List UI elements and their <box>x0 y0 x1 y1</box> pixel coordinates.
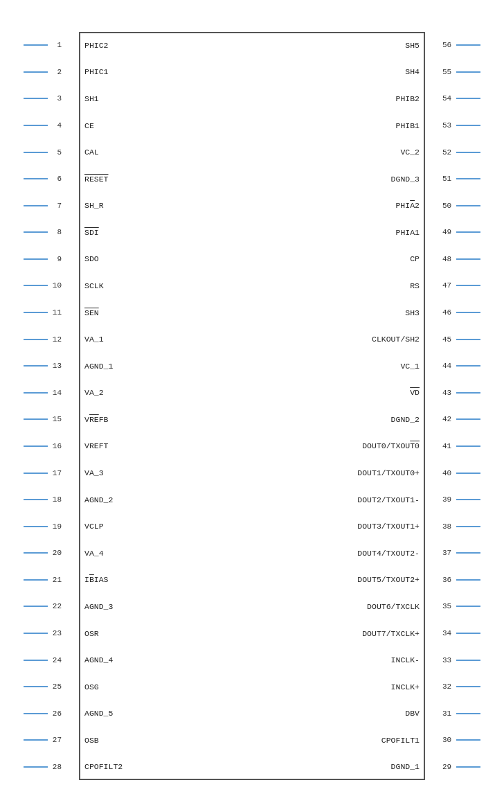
pin-label-right-36: DOUT5/TXOUT2+ <box>357 567 424 594</box>
pin-line <box>24 178 48 179</box>
pin-line <box>456 125 480 126</box>
pin-number: 46 <box>442 308 456 317</box>
pin-line <box>24 44 48 46</box>
pin-number: 8 <box>48 228 62 236</box>
pin-number: 2 <box>48 68 62 76</box>
pin-left-18: 18 <box>24 486 63 513</box>
pin-line <box>456 152 480 153</box>
pin-label-right-42: DGND_2 <box>391 406 424 433</box>
pin-labels-right: SH5SH4PHIB2PHIB1VC_2DGND_3PHIA2PHIA1CPRS… <box>271 32 424 780</box>
pin-number: 25 <box>48 682 62 691</box>
pin-line <box>456 633 480 634</box>
pin-left-3: 3 <box>24 85 63 112</box>
pin-right-44: 44 <box>441 353 480 380</box>
pin-number: 16 <box>48 442 62 450</box>
pin-label-left-19: VCLP <box>80 513 219 540</box>
pin-label-left-8: SDI <box>80 219 219 246</box>
pin-label-right-32: INCLK+ <box>391 673 424 700</box>
pin-label-left-4: CE <box>80 112 219 139</box>
pin-right-47: 47 <box>441 272 480 299</box>
pin-line <box>456 473 480 474</box>
pin-number: 3 <box>48 94 62 103</box>
pin-label-left-15: VREFB <box>80 406 219 433</box>
pin-right-37: 37 <box>441 540 480 567</box>
pin-line <box>24 445 48 447</box>
pin-line <box>456 178 480 179</box>
pin-number: 22 <box>48 602 62 610</box>
pin-left-5: 5 <box>24 139 63 166</box>
pin-left-21: 21 <box>24 567 63 594</box>
pin-line <box>456 44 480 46</box>
pin-right-54: 54 <box>441 85 480 112</box>
pin-number: 42 <box>442 415 456 423</box>
pin-number: 14 <box>48 389 62 397</box>
pin-line <box>24 152 48 153</box>
pin-label-left-21: IBIAS <box>80 567 219 594</box>
pin-number: 37 <box>442 549 456 557</box>
pin-line <box>24 579 48 581</box>
pin-label-right-56: SH5 <box>405 32 424 59</box>
pin-number: 39 <box>442 495 456 504</box>
pin-label-right-51: DGND_3 <box>391 166 424 193</box>
pin-number: 56 <box>442 41 456 49</box>
pin-number: 55 <box>442 68 456 76</box>
pin-line <box>456 713 480 714</box>
pin-line <box>24 766 48 768</box>
pin-right-46: 46 <box>441 299 480 326</box>
pin-number: 44 <box>442 362 456 370</box>
pin-line <box>24 365 48 367</box>
pin-number: 6 <box>48 175 62 183</box>
pin-line <box>24 71 48 73</box>
pin-line <box>456 339 480 340</box>
pin-right-36: 36 <box>441 567 480 594</box>
pin-label-right-38: DOUT3/TXOUT1+ <box>357 513 424 540</box>
pin-number: 52 <box>442 148 456 157</box>
pin-line <box>456 766 480 768</box>
pin-left-2: 2 <box>24 59 63 86</box>
pin-line <box>456 205 480 206</box>
pin-left-4: 4 <box>24 112 63 139</box>
pin-line <box>24 98 48 99</box>
pin-line <box>24 739 48 741</box>
pin-line <box>456 606 480 607</box>
pin-label-left-20: VA_4 <box>80 540 219 567</box>
pin-label-left-6: RESET <box>80 166 219 193</box>
pin-right-42: 42 <box>441 406 480 433</box>
pin-left-27: 27 <box>24 727 63 754</box>
pin-number: 21 <box>48 576 62 584</box>
pin-label-right-30: CPOFILT1 <box>381 727 424 754</box>
pin-number: 53 <box>442 121 456 130</box>
pin-label-right-39: DOUT2/TXOUT1- <box>357 486 424 513</box>
pin-label-right-35: DOUT6/TXCLK <box>367 593 424 620</box>
pin-line <box>456 739 480 741</box>
pin-line <box>24 526 48 527</box>
pin-line <box>456 285 480 286</box>
pin-line <box>456 231 480 233</box>
pin-label-right-46: SH3 <box>405 299 424 326</box>
pin-left-20: 20 <box>24 540 63 567</box>
pin-line <box>456 312 480 313</box>
pin-right-40: 40 <box>441 459 480 486</box>
pin-number: 9 <box>48 255 62 263</box>
pin-label-right-41: DOUT0/TXOUT0 <box>362 433 424 460</box>
pin-label-right-33: INCLK- <box>391 646 424 673</box>
pin-left-12: 12 <box>24 326 63 353</box>
pin-line <box>456 686 480 687</box>
pin-line <box>456 365 480 367</box>
pin-line <box>456 392 480 394</box>
pin-label-right-53: PHIB1 <box>395 112 424 139</box>
pin-number: 45 <box>442 335 456 344</box>
pin-label-right-54: PHIB2 <box>395 85 424 112</box>
pin-left-25: 25 <box>24 673 63 700</box>
pin-number: 54 <box>442 94 456 103</box>
pin-label-left-10: SCLK <box>80 272 219 299</box>
pin-number: 17 <box>48 469 62 477</box>
pin-line <box>24 125 48 126</box>
pin-right-50: 50 <box>441 192 480 219</box>
pin-right-30: 30 <box>441 727 480 754</box>
pin-label-right-47: RS <box>410 272 424 299</box>
pin-number: 26 <box>48 709 62 718</box>
pin-line <box>24 606 48 607</box>
pin-number: 1 <box>48 41 62 49</box>
pin-label-right-45: CLKOUT/SH2 <box>372 326 424 353</box>
